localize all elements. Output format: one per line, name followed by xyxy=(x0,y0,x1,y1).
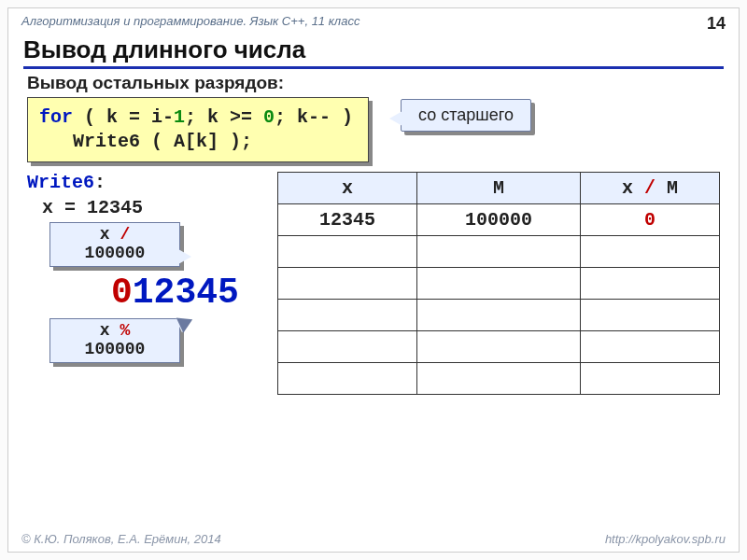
page-number: 14 xyxy=(707,14,726,34)
slide: Алгоритмизация и программирование. Язык … xyxy=(7,7,740,553)
trace-table: x M x / M 12345 100000 0 xyxy=(277,172,720,395)
copyright: © К.Ю. Поляков, Е.А. Ерёмин, 2014 xyxy=(21,532,221,546)
table-row xyxy=(278,300,720,331)
kw-for: for xyxy=(39,106,73,128)
lower-row: Write6: x = 12345 x / 100000 012345 x % … xyxy=(27,172,720,395)
callout-top: со старшего xyxy=(401,99,531,132)
col-m: M xyxy=(417,173,581,204)
footer: © К.Ю. Поляков, Е.А. Ерёмин, 2014 http:/… xyxy=(21,532,726,546)
table-row xyxy=(278,363,720,395)
subtitle: Вывод остальных разрядов: xyxy=(27,73,720,93)
callout-tail-icon xyxy=(178,249,191,264)
page-title: Вывод длинного числа xyxy=(23,35,724,69)
code-row: for ( k = i-1; k >= 0; k-- ) Write6 ( A[… xyxy=(27,97,739,166)
callout-mod: x % 100000 xyxy=(49,318,180,363)
header: Алгоритмизация и программирование. Язык … xyxy=(8,8,739,34)
table-row: 12345 100000 0 xyxy=(278,204,720,236)
footer-url: http://kpolyakov.spb.ru xyxy=(605,532,726,546)
leading-zero: 0 xyxy=(111,273,133,313)
write6-label: Write6: xyxy=(27,172,277,193)
callout-tail-icon xyxy=(389,111,402,126)
right-column: x M x / M 12345 100000 0 xyxy=(277,172,720,395)
table-row xyxy=(278,268,720,300)
x-value: x = 12345 xyxy=(42,197,277,218)
big-number: 012345 xyxy=(111,273,277,313)
table-header-row: x M x / M xyxy=(278,173,720,204)
table-row xyxy=(278,331,720,363)
col-x: x xyxy=(278,173,417,204)
col-xdivm: x / M xyxy=(580,173,719,204)
callout-tail-icon xyxy=(176,314,193,332)
left-column: Write6: x = 12345 x / 100000 012345 x % … xyxy=(27,172,277,395)
callout-div: x / 100000 xyxy=(49,222,180,267)
table-row xyxy=(278,236,720,268)
course-label: Алгоритмизация и программирование. Язык … xyxy=(21,14,359,28)
code-box: for ( k = i-1; k >= 0; k-- ) Write6 ( A[… xyxy=(27,97,369,162)
